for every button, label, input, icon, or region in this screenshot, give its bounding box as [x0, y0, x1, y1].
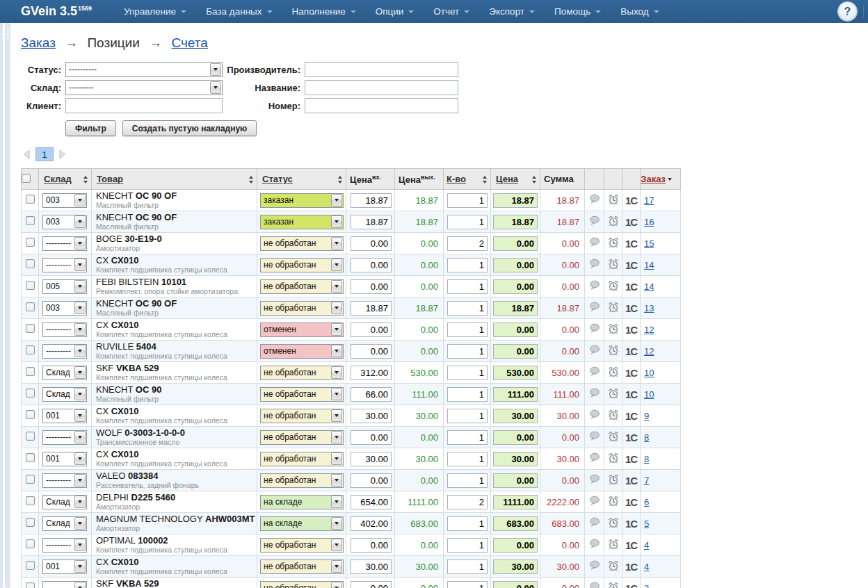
comment-icon[interactable] [589, 474, 600, 487]
history-clock-icon[interactable] [608, 452, 619, 466]
status-select[interactable]: не обработан [260, 279, 344, 294]
nav-item-opcii[interactable]: Опции [366, 0, 424, 23]
dropdown-arrow-icon[interactable] [74, 237, 86, 250]
price-input[interactable] [493, 430, 538, 445]
dropdown-arrow-icon[interactable] [331, 323, 342, 336]
history-clock-icon[interactable] [608, 302, 619, 315]
price-in-input[interactable] [351, 473, 392, 488]
history-clock-icon[interactable] [608, 474, 619, 487]
history-clock-icon[interactable] [608, 280, 619, 293]
qty-input[interactable] [447, 215, 488, 229]
dropdown-arrow-icon[interactable] [331, 388, 342, 400]
qty-input[interactable] [447, 344, 488, 359]
price-input[interactable] [493, 473, 538, 488]
qty-input[interactable] [447, 258, 488, 272]
number-filter-input[interactable] [305, 98, 458, 113]
comment-icon[interactable] [589, 215, 600, 228]
nav-item-vyhod[interactable]: Выход [611, 0, 668, 23]
comment-icon[interactable] [589, 302, 600, 314]
dropdown-arrow-icon[interactable] [74, 323, 86, 336]
nav-item-otchet[interactable]: Отчет [424, 0, 479, 23]
qty-input[interactable] [447, 409, 488, 423]
row-checkbox[interactable] [26, 302, 35, 311]
price-in-input[interactable] [351, 366, 392, 380]
warehouse-select[interactable]: 005 [42, 279, 87, 294]
price-input[interactable] [493, 193, 538, 208]
order-link[interactable]: 14 [641, 281, 654, 292]
comment-icon[interactable] [589, 539, 600, 551]
comment-icon[interactable] [589, 582, 600, 588]
sort-icon[interactable] [338, 176, 343, 183]
order-link[interactable]: 12 [641, 346, 654, 357]
nav-item-upravlenie[interactable]: Управление [114, 0, 196, 23]
order-link[interactable]: 8 [641, 432, 649, 443]
row-checkbox[interactable] [26, 475, 35, 484]
order-link[interactable]: 4 [641, 540, 649, 550]
sort-icon[interactable] [249, 176, 254, 183]
price-input[interactable] [493, 301, 538, 316]
1c-export-icon[interactable]: 1С [625, 432, 637, 443]
sort-header-sklad[interactable]: Склад [39, 174, 72, 184]
dropdown-arrow-icon[interactable] [331, 474, 342, 487]
1c-export-icon[interactable]: 1С [625, 539, 637, 551]
qty-input[interactable] [447, 279, 488, 294]
dropdown-arrow-icon[interactable] [331, 215, 342, 228]
price-in-input[interactable] [351, 538, 392, 553]
dropdown-arrow-icon[interactable] [74, 517, 86, 530]
price-in-input[interactable] [351, 452, 392, 466]
help-button[interactable]: ? [838, 2, 857, 21]
1c-export-icon[interactable]: 1С [625, 324, 637, 336]
sklad-filter-select[interactable]: --------- [65, 80, 223, 95]
price-input[interactable] [493, 215, 538, 229]
row-checkbox[interactable] [26, 496, 35, 505]
status-select[interactable]: не обработан [260, 366, 344, 380]
history-clock-icon[interactable] [608, 517, 619, 530]
order-link[interactable]: 6 [641, 497, 649, 507]
row-checkbox[interactable] [26, 216, 35, 225]
history-clock-icon[interactable] [608, 431, 619, 444]
dropdown-arrow-icon[interactable] [210, 81, 221, 94]
name-filter-input[interactable] [305, 80, 458, 95]
dropdown-arrow-icon[interactable] [331, 560, 342, 573]
order-link[interactable]: 10 [641, 368, 654, 378]
row-checkbox[interactable] [26, 561, 35, 570]
price-in-input[interactable] [351, 322, 392, 337]
sort-icon[interactable] [483, 176, 488, 183]
row-checkbox[interactable] [26, 259, 35, 268]
client-filter-input[interactable] [65, 98, 223, 113]
price-input[interactable] [493, 495, 538, 509]
1c-export-icon[interactable]: 1С [625, 475, 637, 487]
price-input[interactable] [493, 560, 538, 574]
comment-icon[interactable] [589, 452, 600, 465]
price-in-input[interactable] [351, 215, 392, 229]
dropdown-arrow-icon[interactable] [74, 215, 86, 228]
qty-input[interactable] [447, 322, 488, 337]
warehouse-select[interactable]: 003 [42, 215, 87, 229]
warehouse-select[interactable]: --------- [42, 258, 87, 272]
row-checkbox[interactable] [26, 281, 35, 290]
dropdown-arrow-icon[interactable] [331, 237, 342, 250]
warehouse-select[interactable]: Склад [42, 366, 87, 380]
row-checkbox[interactable] [26, 195, 35, 204]
dropdown-arrow-icon[interactable] [331, 194, 342, 206]
order-link[interactable]: 7 [641, 475, 649, 486]
row-checkbox[interactable] [26, 432, 35, 441]
warehouse-select[interactable]: --------- [42, 344, 87, 359]
history-clock-icon[interactable] [608, 194, 619, 207]
dropdown-arrow-icon[interactable] [331, 496, 342, 508]
dropdown-arrow-icon[interactable] [74, 194, 86, 206]
dropdown-arrow-icon[interactable] [74, 539, 86, 551]
status-select[interactable]: не обработан [260, 430, 344, 445]
price-input[interactable] [493, 258, 538, 272]
nav-item-pomosch[interactable]: Помощь [545, 0, 611, 23]
warehouse-select[interactable]: --------- [42, 473, 87, 488]
dropdown-arrow-icon[interactable] [331, 366, 342, 379]
nav-item-napolnenie[interactable]: Наполнение [282, 0, 366, 23]
dropdown-arrow-icon[interactable] [331, 409, 342, 422]
dropdown-arrow-icon[interactable] [331, 345, 342, 357]
status-select[interactable]: не обработан [260, 538, 344, 553]
next-page-icon[interactable] [59, 149, 66, 159]
comment-icon[interactable] [589, 496, 600, 508]
warehouse-select[interactable]: 003 [42, 301, 87, 316]
history-clock-icon[interactable] [608, 259, 619, 272]
